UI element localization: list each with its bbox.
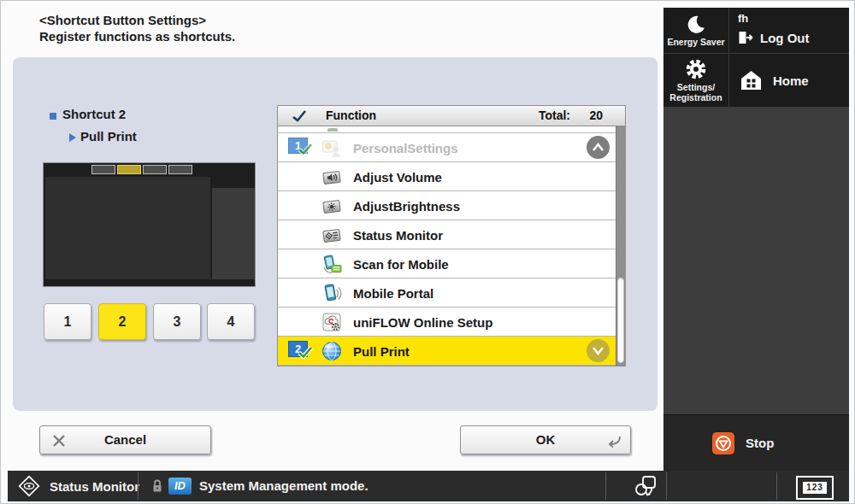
pull-print-globe-icon xyxy=(321,340,343,362)
status-monitor-list-icon xyxy=(321,224,343,246)
shortcut-function-label: Pull Print xyxy=(80,129,137,144)
device-screen: <Shortcut Button Settings> Register func… xyxy=(0,0,855,504)
divider xyxy=(605,472,606,500)
list-scrollbar[interactable] xyxy=(616,126,625,366)
list-item-personal-settings[interactable]: 1 PersonalSettings xyxy=(278,133,616,162)
arrow-right-icon xyxy=(69,133,76,142)
scrollbar-thumb[interactable] xyxy=(617,278,624,363)
divider xyxy=(138,472,139,500)
preview-slot-2-selected xyxy=(117,165,141,174)
ok-button[interactable]: OK xyxy=(460,425,631,454)
list-item-adjust-volume[interactable]: Adjust Volume xyxy=(278,162,616,191)
scroll-down-button[interactable] xyxy=(587,339,610,362)
adjust-brightness-icon xyxy=(321,195,343,217)
check-icon xyxy=(292,109,307,123)
counter-check-key[interactable]: 123 xyxy=(796,476,834,500)
function-list: Function Total: 20 1 xyxy=(277,105,626,366)
status-monitor-button[interactable]: Status Monitor xyxy=(16,472,139,500)
home-screen-preview xyxy=(43,162,256,287)
stop-icon xyxy=(712,432,734,454)
gear-icon xyxy=(685,58,707,80)
divider xyxy=(666,472,667,500)
slot-button-2[interactable]: 2 xyxy=(98,303,146,340)
sidebar-panel xyxy=(663,108,849,414)
page-title: <Shortcut Button Settings> xyxy=(39,12,206,28)
scan-for-mobile-icon xyxy=(321,253,343,275)
switch-user-icon xyxy=(633,474,658,498)
logged-in-user: fh xyxy=(738,12,849,25)
status-bar: Status Monitor ID System Management mode… xyxy=(8,471,849,501)
chevron-up-icon xyxy=(587,136,610,159)
function-list-header: Function Total: 20 xyxy=(278,106,625,126)
total-label: Total: xyxy=(539,108,570,122)
return-arrow-icon xyxy=(604,436,622,448)
lock-icon xyxy=(149,478,166,495)
partial-icon xyxy=(327,128,338,132)
slot-button-1[interactable]: 1 xyxy=(44,303,91,340)
slot-button-3[interactable]: 3 xyxy=(153,303,201,340)
personal-settings-icon xyxy=(321,137,343,159)
switch-user-button[interactable] xyxy=(625,472,666,500)
cancel-button[interactable]: Cancel xyxy=(39,425,211,454)
uniflow-online-setup-icon xyxy=(321,311,343,333)
assigned-check-icon xyxy=(298,143,313,155)
list-item-mobile-portal[interactable]: Mobile Portal xyxy=(278,278,616,308)
list-item-scan-for-mobile[interactable]: Scan for Mobile xyxy=(278,249,616,278)
adjust-volume-icon xyxy=(321,166,343,188)
preview-side-area xyxy=(212,188,255,279)
id-badge: ID xyxy=(168,478,192,495)
divider xyxy=(776,472,777,500)
moon-icon xyxy=(686,15,706,35)
assigned-check-icon xyxy=(298,346,313,359)
list-item-pull-print[interactable]: 2 Pull Print xyxy=(278,337,616,366)
bullet-square-icon xyxy=(50,113,56,120)
energy-saver-button[interactable]: Energy Saver xyxy=(663,8,729,54)
status-message: System Management mode. xyxy=(199,478,369,493)
scroll-up-button[interactable] xyxy=(587,136,610,159)
preview-slot-3 xyxy=(143,165,167,174)
list-item-status-monitor[interactable]: Status Monitor xyxy=(278,220,616,249)
preview-main-area xyxy=(45,177,210,279)
settings-registration-button[interactable]: Settings/ Registration xyxy=(663,54,729,108)
home-button[interactable]: Home xyxy=(729,54,849,108)
shortcut-slot-label: Shortcut 2 xyxy=(62,107,126,121)
preview-slot-1 xyxy=(91,165,115,174)
logout-door-icon xyxy=(738,30,754,45)
list-item-uniflow-online-setup[interactable]: uniFLOW Online Setup xyxy=(278,308,616,337)
mobile-portal-icon xyxy=(321,282,343,304)
partial-row xyxy=(278,126,616,133)
stop-button[interactable]: Stop xyxy=(663,414,849,471)
page-subtitle: Register functions as shortcuts. xyxy=(39,28,235,44)
total-value: 20 xyxy=(589,108,603,122)
list-item-adjust-brightness[interactable]: AdjustBrightness xyxy=(278,191,616,220)
status-monitor-icon xyxy=(16,473,42,499)
home-icon xyxy=(740,69,763,91)
preview-slot-4 xyxy=(168,165,192,174)
slot-button-4[interactable]: 4 xyxy=(207,303,255,340)
chevron-down-icon xyxy=(587,339,610,362)
column-function-label: Function xyxy=(326,108,376,122)
function-list-viewport: 1 PersonalSettings xyxy=(278,126,616,366)
log-out-button[interactable]: fh Log Out xyxy=(729,8,849,54)
